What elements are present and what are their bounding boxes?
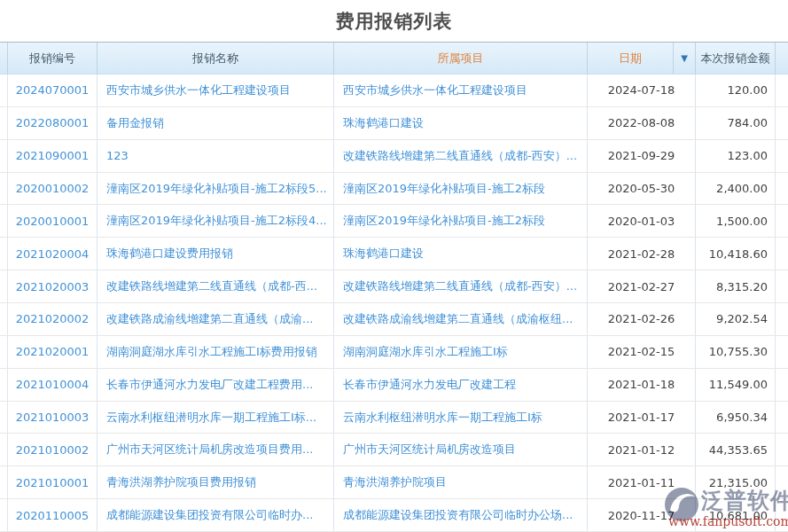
table-row[interactable]: 2020110005 成都能源建设集团投资有限公司临时办... 成都能源建设集团…: [0, 499, 788, 532]
cell-reimburse-id[interactable]: 2021020002: [8, 303, 98, 335]
cell-project[interactable]: 珠海鹤港口建设: [334, 107, 588, 139]
row-end-spacer: [776, 369, 788, 401]
cell-date: 2020-05-30: [588, 173, 696, 205]
header-reimburse-id[interactable]: 报销编号: [8, 43, 98, 74]
cell-date: 2021-01-18: [588, 369, 696, 401]
cell-project[interactable]: 潼南区2019年绿化补贴项目-施工2标段: [334, 173, 588, 205]
cell-reimburse-id[interactable]: 2020110005: [8, 499, 98, 531]
cell-amount: 1,500.00: [696, 205, 776, 237]
table-row[interactable]: 2021010004 长春市伊通河水力发电厂改建工程费用... 长春市伊通河水力…: [0, 369, 788, 402]
cell-reimburse-id[interactable]: 2021010002: [8, 434, 98, 466]
table-row[interactable]: 2021020003 改建铁路线增建第二线直通线（成都-西... 改建铁路线增建…: [0, 270, 788, 303]
cell-reimburse-name[interactable]: 广州市天河区统计局机房改造项目费用...: [98, 434, 334, 466]
table-row[interactable]: 2021010003 云南水利枢纽潜明水库一期工程施工I标... 云南水利枢纽潜…: [0, 402, 788, 434]
cell-reimburse-name[interactable]: 改建铁路线增建第二线直通线（成都-西...: [98, 270, 334, 302]
table-row[interactable]: 2022080001 备用金报销 珠海鹤港口建设 2022-08-08 784.…: [0, 107, 788, 140]
cell-reimburse-name[interactable]: 改建铁路成渝线增建第二直通线（成渝...: [98, 303, 334, 335]
cell-reimburse-name[interactable]: 云南水利枢纽潜明水库一期工程施工I标...: [98, 402, 334, 434]
header-amount[interactable]: 本次报销金额: [696, 43, 776, 74]
cell-date: 2021-01-17: [588, 402, 696, 434]
table-row[interactable]: 2024070001 西安市城乡供水一体化工程建设项目 西安市城乡供水一体化工程…: [0, 74, 788, 107]
row-end-spacer: [776, 434, 788, 466]
cell-project[interactable]: 改建铁路线增建第二线直通线（成都-西安）...: [334, 140, 588, 172]
table-row[interactable]: 2021020004 珠海鹤港口建设费用报销 珠海鹤港口建设 2021-02-2…: [0, 238, 788, 270]
cell-project[interactable]: 珠海鹤港口建设: [334, 238, 588, 270]
table-row[interactable]: 2020010002 潼南区2019年绿化补贴项目-施工2标段5... 潼南区2…: [0, 173, 788, 206]
date-sort-dropdown[interactable]: ▼: [674, 43, 696, 74]
cell-reimburse-id[interactable]: 2022080001: [8, 107, 98, 139]
cell-amount: 2,400.00: [696, 173, 776, 205]
table-header-row: 报销编号 报销名称 所属项目 日期 ▼ 本次报销金额: [0, 42, 788, 74]
row-spacer: [0, 466, 8, 498]
cell-amount: 21,315.00: [696, 466, 776, 498]
cell-amount: 10,755.30: [696, 336, 776, 368]
cell-reimburse-name[interactable]: 潼南区2019年绿化补贴项目-施工2标段5...: [98, 173, 334, 205]
cell-date: 2021-02-15: [588, 336, 696, 368]
cell-date: 2021-02-27: [588, 270, 696, 302]
cell-reimburse-name[interactable]: 珠海鹤港口建设费用报销: [98, 238, 334, 270]
cell-reimburse-id[interactable]: 2021010004: [8, 369, 98, 401]
header-end-spacer: [776, 43, 788, 74]
cell-reimburse-name[interactable]: 青海洪湖养护院项目费用报销: [98, 466, 334, 498]
cell-amount: 44,353.65: [696, 434, 776, 466]
cell-reimburse-name[interactable]: 潼南区2019年绿化补贴项目-施工2标段4...: [98, 205, 334, 237]
row-spacer: [0, 140, 8, 172]
cell-reimburse-id[interactable]: 2020010002: [8, 173, 98, 205]
row-end-spacer: [776, 499, 788, 531]
cell-reimburse-name[interactable]: 西安市城乡供水一体化工程建设项目: [98, 74, 334, 106]
table-row[interactable]: 2021090001 123 改建铁路线增建第二线直通线（成都-西安）... 2…: [0, 140, 788, 173]
cell-date: 2021-02-26: [588, 303, 696, 335]
cell-project[interactable]: 青海洪湖养护院项目: [334, 466, 588, 498]
row-end-spacer: [776, 238, 788, 270]
cell-reimburse-id[interactable]: 2024070001: [8, 74, 98, 106]
header-spacer: [0, 43, 8, 74]
cell-reimburse-id[interactable]: 2021020004: [8, 238, 98, 270]
cell-reimburse-id[interactable]: 2021020001: [8, 336, 98, 368]
cell-reimburse-name[interactable]: 湖南洞庭湖水库引水工程施工I标费用报销: [98, 336, 334, 368]
cell-reimburse-id[interactable]: 2021010003: [8, 402, 98, 434]
header-date[interactable]: 日期: [588, 43, 674, 74]
cell-amount: 120.00: [696, 74, 776, 106]
header-reimburse-name[interactable]: 报销名称: [98, 43, 334, 74]
row-spacer: [0, 107, 8, 139]
header-project[interactable]: 所属项目: [334, 43, 588, 74]
cell-amount: 6,950.34: [696, 402, 776, 434]
table-row[interactable]: 2021010002 广州市天河区统计局机房改造项目费用... 广州市天河区统计…: [0, 434, 788, 466]
cell-project[interactable]: 云南水利枢纽潜明水库一期工程施工I标: [334, 402, 588, 434]
cell-amount: 784.00: [696, 107, 776, 139]
cell-reimburse-name[interactable]: 123: [98, 140, 334, 172]
table-row[interactable]: 2021020001 湖南洞庭湖水库引水工程施工I标费用报销 湖南洞庭湖水库引水…: [0, 336, 788, 369]
cell-project[interactable]: 广州市天河区统计局机房改造项目: [334, 434, 588, 466]
table-row[interactable]: 2020010001 潼南区2019年绿化补贴项目-施工2标段4... 潼南区2…: [0, 205, 788, 238]
cell-reimburse-id[interactable]: 2021020003: [8, 270, 98, 302]
cell-project[interactable]: 改建铁路成渝线增建第二直通线（成渝枢纽...: [334, 303, 588, 335]
row-spacer: [0, 434, 8, 466]
row-spacer: [0, 74, 8, 106]
cell-reimburse-name[interactable]: 备用金报销: [98, 107, 334, 139]
table-row[interactable]: 2021020002 改建铁路成渝线增建第二直通线（成渝... 改建铁路成渝线增…: [0, 303, 788, 336]
cell-reimburse-id[interactable]: 2021090001: [8, 140, 98, 172]
row-end-spacer: [776, 466, 788, 498]
cell-amount: 8,315.20: [696, 270, 776, 302]
table-row[interactable]: 2021010001 青海洪湖养护院项目费用报销 青海洪湖养护院项目 2021-…: [0, 466, 788, 499]
cell-date: 2020-11-17: [588, 499, 696, 531]
row-end-spacer: [776, 205, 788, 237]
row-end-spacer: [776, 74, 788, 106]
cell-amount: 10,681.00: [696, 499, 776, 531]
cell-date: 2022-08-08: [588, 107, 696, 139]
cell-amount: 11,549.00: [696, 369, 776, 401]
cell-reimburse-name[interactable]: 成都能源建设集团投资有限公司临时办...: [98, 499, 334, 531]
cell-project[interactable]: 成都能源建设集团投资有限公司临时办公场...: [334, 499, 588, 531]
cell-reimburse-id[interactable]: 2020010001: [8, 205, 98, 237]
row-spacer: [0, 270, 8, 302]
cell-project[interactable]: 长春市伊通河水力发电厂改建工程: [334, 369, 588, 401]
cell-amount: 9,202.54: [696, 303, 776, 335]
cell-project[interactable]: 湖南洞庭湖水库引水工程施工I标: [334, 336, 588, 368]
cell-project[interactable]: 改建铁路线增建第二线直通线（成都-西安）...: [334, 270, 588, 302]
cell-reimburse-id[interactable]: 2021010001: [8, 466, 98, 498]
cell-project[interactable]: 西安市城乡供水一体化工程建设项目: [334, 74, 588, 106]
row-end-spacer: [776, 140, 788, 172]
row-end-spacer: [776, 303, 788, 335]
cell-reimburse-name[interactable]: 长春市伊通河水力发电厂改建工程费用...: [98, 369, 334, 401]
cell-project[interactable]: 潼南区2019年绿化补贴项目-施工2标段: [334, 205, 588, 237]
